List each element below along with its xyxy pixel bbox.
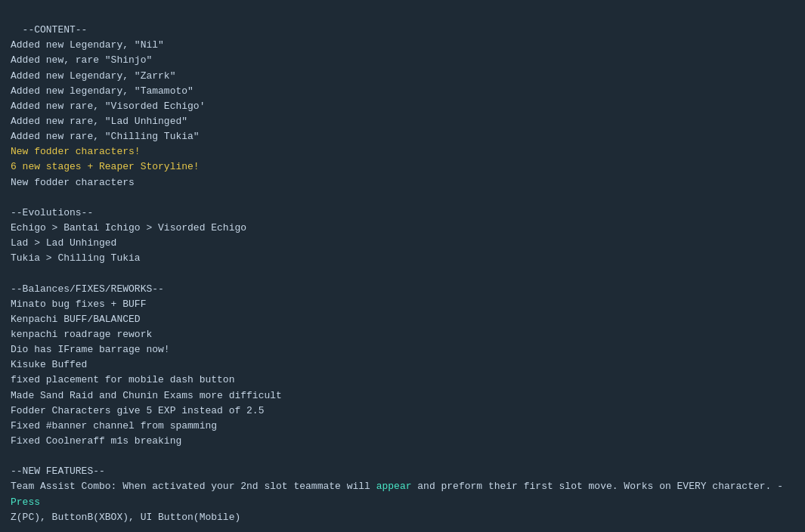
line-stages: 6 new stages + Reaper Storyline!	[11, 161, 200, 172]
line-tamamoto: Added new legendary, "Tamamoto"	[11, 85, 194, 97]
line-chilling-tukia: Added new rare, "Chilling Tukia"	[11, 131, 200, 142]
line-nil: Added new Legendary, "Nil"	[11, 39, 164, 51]
line-shinjo: Added new, rare "Shinjo"	[11, 54, 152, 66]
line-banner: Fixed #banner channel from spamming	[11, 420, 217, 431]
line-lad-evo: Lad > Lad Unhinged	[11, 237, 116, 249]
line-mobile-dash: fixed placement for mobile dash button	[11, 374, 234, 385]
line-dio: Dio has IFrame barrage now!	[11, 344, 170, 355]
press-text: Press	[11, 496, 40, 508]
balances-section-header: --Balances/FIXES/REWORKS--	[11, 283, 164, 295]
line-fodder-chars: New fodder characters!	[11, 146, 141, 157]
line-kisuke: Kisuke Buffed	[11, 359, 87, 370]
line-kenpachi-buff: Kenpachi BUFF/BALANCED	[11, 314, 141, 325]
line-coolneraff: Fixed Coolneraff m1s breaking	[11, 435, 181, 447]
appear-text: appear	[376, 481, 412, 492]
content-section-header: --CONTENT--	[23, 24, 88, 36]
line-zarrk: Added new Legendary, "Zarrk"	[11, 70, 175, 82]
line-echigo-evo: Echigo > Bantai Ichigo > Visorded Echigo	[11, 222, 246, 234]
line-sand-raid: Made Sand Raid and Chunin Exams more dif…	[11, 390, 282, 401]
line-lad-unhinged: Added new rare, "Lad Unhinged"	[11, 116, 187, 127]
line-fodder-chars2: New fodder characters	[11, 177, 135, 188]
main-content: --CONTENT-- Added new Legendary, "Nil" A…	[11, 8, 794, 532]
line-minato: Minato bug fixes + BUFF	[11, 298, 146, 310]
line-visorded: Added new rare, "Visorded Echigo'	[11, 101, 205, 112]
line-team-assist: Team Assist Combo: When activated your 2…	[11, 481, 789, 522]
line-tukia-evo: Tukia > Chilling Tukia	[11, 252, 141, 264]
line-kenpachi-rework: kenpachi roadrage rework	[11, 329, 152, 340]
line-fodder-exp: Fodder Characters give 5 EXP instead of …	[11, 405, 264, 416]
evolutions-section-header: --Evolutions--	[11, 207, 93, 218]
new-features-section-header: --NEW FEATURES--	[11, 466, 105, 477]
